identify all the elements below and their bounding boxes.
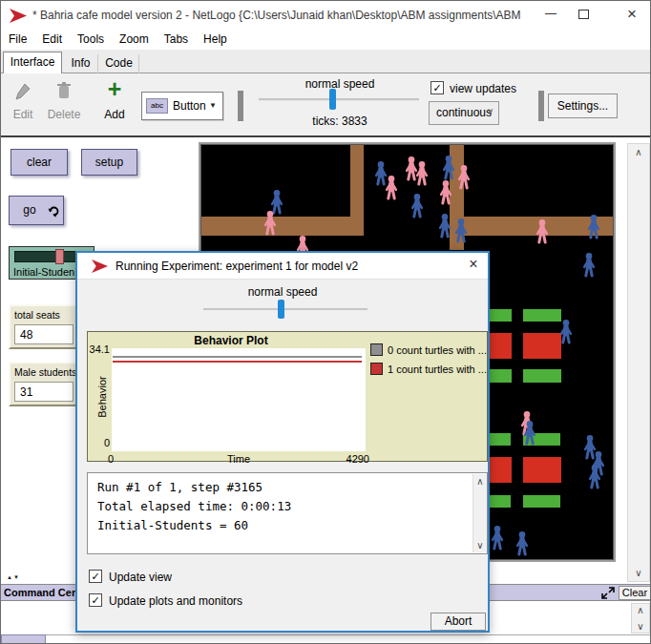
table (523, 457, 561, 483)
male-student-turtle (582, 253, 596, 278)
scroll-up-icon[interactable]: ∧ (632, 605, 649, 615)
update-mode-dropdown[interactable]: continuous ∨ (429, 101, 499, 125)
seat (523, 369, 561, 383)
menu-help[interactable]: Help (196, 30, 235, 50)
update-mode-value: continuous (436, 106, 492, 119)
abort-button[interactable]: Abort (430, 613, 486, 631)
slider-channel (14, 251, 83, 262)
edit-pencil-icon[interactable] (15, 83, 31, 100)
female-student-turtle (385, 176, 398, 200)
run-output-line: Total elapsed time: 0:00:13 (97, 499, 291, 513)
expand-icon[interactable] (601, 587, 615, 599)
add-plus-icon[interactable]: + (100, 75, 129, 103)
monitor-label: total seats (14, 309, 60, 321)
netlogo-icon (9, 8, 28, 24)
x-axis-label: Time (112, 453, 366, 465)
slider-handle[interactable] (55, 249, 64, 264)
legend-label: 0 count turtles with ... (388, 344, 487, 356)
settings-button[interactable]: Settings... (548, 93, 618, 118)
seat (489, 309, 512, 322)
menu-zoom[interactable]: Zoom (112, 30, 157, 50)
plot-area (112, 348, 366, 451)
y-axis-min-tick: 0 (89, 437, 110, 448)
dialog-titlebar: Running Experiment: experiment 1 for mod… (77, 253, 488, 280)
dialog-close-button[interactable]: × (463, 256, 484, 273)
dialog-speed-handle[interactable] (278, 300, 284, 319)
check-icon: ✓ (432, 82, 441, 93)
seat (523, 495, 560, 508)
y-axis-max-tick: 34.1 (88, 343, 110, 355)
menu-file[interactable]: File (1, 30, 34, 50)
scroll-up-icon[interactable]: ∧ (628, 147, 649, 157)
update-view-checkbox[interactable]: ✓ (89, 570, 102, 583)
speed-slider-handle[interactable] (329, 89, 336, 110)
splitter-handle[interactable]: ▲▼ (7, 574, 22, 584)
menu-tools[interactable]: Tools (70, 30, 112, 50)
chevron-down-icon: ∨ (487, 106, 494, 116)
close-button[interactable]: × (620, 5, 644, 24)
table (489, 333, 512, 359)
netlogo-window: * Bahria cafe model version 2 - NetLogo … (0, 0, 651, 644)
running-experiment-dialog: Running Experiment: experiment 1 for mod… (75, 251, 490, 633)
behavior-plot: Behavior Plot 34.1 0 Behavior 0 Time 429… (87, 331, 488, 462)
titlebar: * Bahria cafe model version 2 - NetLogo … (1, 1, 651, 30)
scroll-down-icon[interactable]: ∨ (473, 540, 487, 551)
chevron-down-icon: ▼ (209, 101, 217, 110)
tab-info[interactable]: Info (64, 54, 98, 73)
male-students-monitor: Male students 31 (9, 362, 77, 406)
tabbar: Interface Info Code (1, 50, 651, 73)
maximize-button[interactable] (578, 10, 589, 19)
go-button[interactable]: go (9, 196, 64, 225)
monitor-label: Male students (14, 366, 76, 378)
y-axis-label: Behavior (96, 368, 108, 426)
view-updates-checkbox[interactable]: ✓ (430, 81, 444, 94)
minimize-button[interactable]: — (538, 7, 563, 20)
clear-button[interactable]: clear (10, 149, 68, 176)
scroll-up-icon[interactable]: ∧ (473, 476, 487, 487)
setup-button[interactable]: setup (81, 149, 137, 176)
monitor-value: 48 (14, 324, 74, 344)
table (489, 457, 512, 483)
seat (523, 309, 561, 322)
male-student-turtle (587, 215, 600, 239)
view-updates-label: view updates (450, 82, 516, 95)
menu-tabs[interactable]: Tabs (157, 30, 196, 50)
ticks-counter: ticks: 3833 (259, 114, 421, 128)
male-student-turtle (523, 421, 536, 446)
toolbar-separator (238, 91, 243, 121)
toolbar-separator (538, 91, 544, 121)
scroll-down-icon[interactable]: ∨ (632, 621, 649, 632)
update-plots-checkbox[interactable]: ✓ (89, 593, 102, 607)
command-clear-button[interactable]: Clear (619, 586, 651, 600)
output-scrollbar[interactable]: ∧ ∨ (472, 474, 487, 552)
dialog-speed-track[interactable] (203, 308, 368, 311)
scroll-down-icon[interactable]: ∨ (628, 568, 649, 578)
dialog-speed-label: normal speed (77, 285, 488, 299)
menu-edit[interactable]: Edit (34, 30, 70, 50)
widget-type-dropdown[interactable]: abc Button ▼ (141, 92, 223, 120)
legend-label: 1 count turtles with ... (388, 364, 487, 375)
check-icon: ✓ (91, 594, 99, 606)
wall (201, 217, 364, 236)
delete-trash-icon[interactable] (56, 81, 72, 100)
seat (489, 433, 511, 446)
world-vertical-scrollbar[interactable]: ∧ ∨ (627, 143, 650, 582)
command-input-row[interactable] (1, 634, 651, 644)
plot-line (113, 356, 362, 358)
command-scrollbar[interactable]: ∧ ∨ (631, 603, 650, 634)
check-icon: ✓ (91, 571, 99, 582)
male-student-turtle (410, 194, 424, 218)
window-title: * Bahria cafe model version 2 - NetLogo … (32, 9, 524, 22)
tab-interface[interactable]: Interface (3, 52, 62, 73)
total-seats-monitor: total seats 48 (9, 304, 77, 349)
male-student-turtle (559, 320, 573, 344)
observer-prompt-chip (1, 634, 46, 644)
forever-loop-icon (48, 205, 60, 218)
male-student-turtle (438, 214, 452, 239)
update-plots-label: Update plots and monitors (109, 594, 242, 608)
tab-code[interactable]: Code (99, 54, 139, 73)
dialog-title: Running Experiment: experiment 1 for mod… (116, 260, 358, 273)
female-student-turtle (457, 165, 471, 190)
male-student-turtle (491, 526, 504, 551)
speed-slider-track[interactable] (259, 98, 419, 101)
